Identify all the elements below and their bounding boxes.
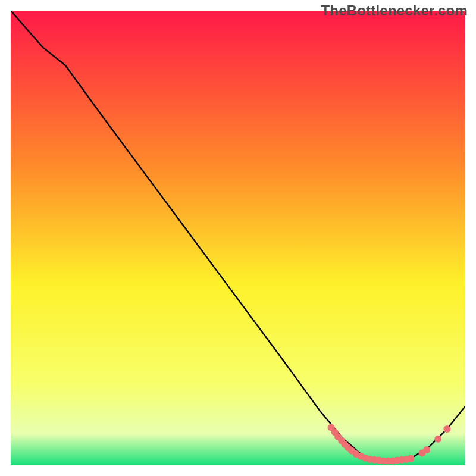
gradient-background	[11, 11, 465, 465]
data-marker	[407, 455, 414, 462]
data-marker	[434, 436, 441, 443]
bottleneck-chart	[11, 11, 465, 465]
watermark-text: TheBottlenecker.com	[321, 2, 468, 19]
data-marker	[443, 425, 450, 433]
chart-svg	[11, 11, 465, 465]
data-marker	[423, 446, 430, 453]
